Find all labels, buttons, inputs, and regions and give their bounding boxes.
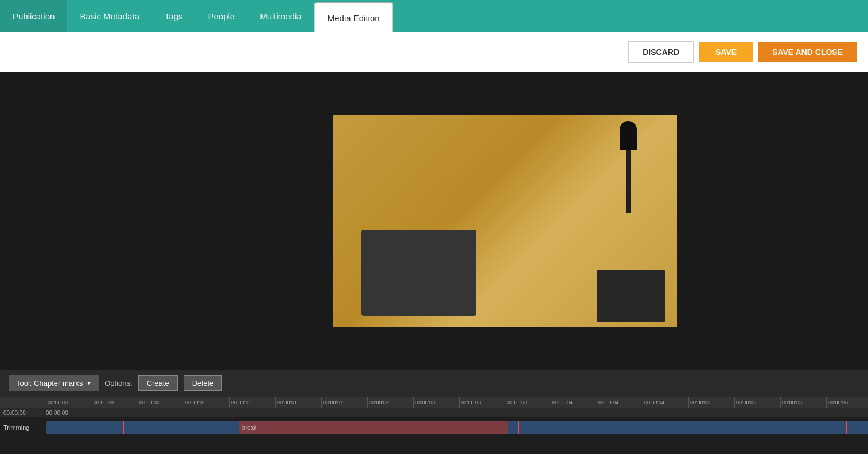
controls-bar: Tool: Chapter marks ▼ Options: Create De… [0, 370, 868, 397]
break-label: break [242, 425, 256, 431]
timeline-track-label: Trimming [0, 424, 46, 431]
tab-multimedia[interactable]: Multimedia [247, 0, 314, 32]
dropdown-arrow-icon: ▼ [86, 380, 92, 386]
video-overlay [333, 115, 677, 327]
save-button[interactable]: SAVE [699, 42, 753, 62]
discard-button[interactable]: DISCARD [628, 41, 694, 63]
ruler-tick-9: 00:00:03 [459, 397, 505, 408]
ruler-tick-6: 00:00:02 [321, 397, 367, 408]
timeline-track[interactable]: break [46, 421, 868, 434]
break-segment: break [239, 421, 508, 434]
ruler-tick-12: 00:00:04 [597, 397, 643, 408]
chapter-marker-3 [846, 421, 847, 434]
tab-tags[interactable]: Tags [152, 0, 196, 32]
nav-bar: Publication Basic Metadata Tags People M… [0, 0, 868, 32]
timeline-track-row: Trimming break [0, 420, 868, 436]
editor-wrapper: DISCARD SAVE SAVE AND CLOSE [0, 32, 868, 454]
ruler-tick-0: 00:00:00 [46, 397, 92, 408]
delete-button[interactable]: Delete [184, 375, 223, 391]
tab-media-edition[interactable]: Media Edition [314, 2, 393, 32]
page-wrapper: Publication Basic Metadata Tags People M… [0, 0, 868, 454]
toolbar: DISCARD SAVE SAVE AND CLOSE [0, 32, 868, 72]
ruler-tick-7: 00:00:02 [367, 397, 413, 408]
create-button[interactable]: Create [138, 375, 178, 391]
ruler-tick-2: 00:00:00 [138, 397, 184, 408]
ruler-tick-3: 00:00:01 [184, 397, 229, 408]
current-time-display: 00:00:00 [0, 408, 46, 417]
ruler-tick-17: 00:00:06 [826, 397, 868, 408]
ruler-tick-16: 00:00:05 [780, 397, 826, 408]
ruler-tick-10: 00:00:03 [505, 397, 551, 408]
timeline-rows: Trimming break [0, 417, 868, 454]
ruler-tick-14: 00:00:05 [688, 397, 734, 408]
ruler-tick-4: 00:00:01 [229, 397, 275, 408]
chapter-marker-1 [123, 421, 124, 434]
ruler-tick-15: 00:00:05 [734, 397, 780, 408]
tool-chapter-marks-dropdown[interactable]: Tool: Chapter marks ▼ [9, 375, 99, 391]
ruler-tick-5: 00:00:01 [275, 397, 321, 408]
tab-basic-metadata[interactable]: Basic Metadata [67, 0, 151, 32]
tool-dropdown-label: Tool: Chapter marks [16, 379, 83, 388]
video-frame [333, 115, 677, 327]
tab-publication[interactable]: Publication [0, 0, 67, 32]
video-area: Tool: Chapter marks ▼ Options: Create De… [0, 72, 868, 454]
video-player[interactable] [0, 72, 868, 370]
ruler-tick-1: 00:00:00 [92, 397, 138, 408]
video-frame-inner [333, 115, 677, 327]
options-label: Options: [104, 379, 132, 388]
save-and-close-button[interactable]: SAVE AND CLOSE [758, 42, 857, 62]
chapter-marker-2 [518, 421, 519, 434]
timeline-ruler: 00:00:00 00:00:00 00:00:00 00:00:01 00:0… [0, 397, 868, 408]
tab-people[interactable]: People [195, 0, 247, 32]
ruler-tick-13: 00:00:04 [643, 397, 688, 408]
ruler-tick-11: 00:00:04 [551, 397, 597, 408]
editor-body: Tool: Chapter marks ▼ Options: Create De… [0, 72, 868, 454]
current-time2-display: 00:00:00 [46, 408, 92, 417]
ruler-tick-8: 00:00:03 [413, 397, 459, 408]
timeline-area[interactable]: 00:00:00 00:00:00 00:00:00 00:00:01 00:0… [0, 397, 868, 454]
